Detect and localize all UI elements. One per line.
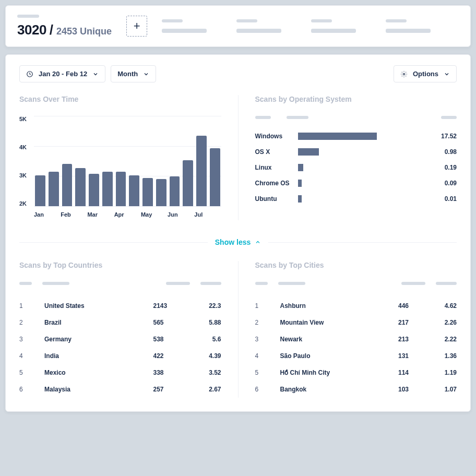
rank: 4: [19, 352, 44, 360]
count: 103: [398, 386, 430, 393]
percent: 2.22: [430, 336, 457, 343]
rank: 6: [19, 386, 44, 393]
toolbar: Jan 20 - Feb 12 Month Options: [19, 65, 457, 82]
table-row: 5Mexico3383.52: [19, 364, 221, 381]
count: 446: [398, 302, 430, 310]
xaxis-tick: May: [141, 211, 168, 218]
total-scans: 3020: [17, 22, 46, 38]
percent: 4.62: [430, 302, 457, 310]
scans-over-time-panel: Scans Over Time 5K4K3K2K JanFebMarAprMay…: [19, 95, 221, 220]
table-row: 3Newark2132.22: [255, 331, 457, 348]
rank: 6: [255, 386, 280, 393]
os-row: Windows17.52: [255, 128, 457, 144]
count: 217: [398, 319, 430, 326]
os-table-header: [255, 116, 457, 119]
chart-bar: [89, 174, 99, 206]
svg-point-1: [403, 73, 405, 75]
divider: [268, 242, 457, 243]
os-name: OS X: [255, 148, 298, 156]
count: 538: [153, 336, 190, 343]
os-row: Linux0.19: [255, 160, 457, 175]
date-range-label: Jan 20 - Feb 12: [39, 70, 87, 78]
scans-by-os-panel: Scans by Operating System Windows17.52OS…: [255, 95, 457, 220]
table-row: 4India4224.39: [19, 348, 221, 364]
percent: 22.3: [190, 302, 221, 310]
chart-bar: [183, 160, 193, 206]
rank: 5: [255, 369, 280, 376]
os-bar-wrap: [298, 148, 430, 156]
rank: 3: [255, 336, 280, 343]
chart-bar: [35, 175, 45, 206]
table-row: 3Germany5385.6: [19, 331, 221, 348]
chevron-up-icon: [255, 239, 261, 245]
chevron-down-icon: [92, 71, 99, 77]
placeholder-pill: [17, 15, 39, 18]
yaxis-tick: 5K: [19, 116, 30, 122]
xaxis-tick: Jan: [34, 211, 61, 218]
os-bar-wrap: [298, 180, 430, 187]
city-name: Bangkok: [280, 386, 399, 393]
percent: 5.6: [190, 336, 221, 343]
show-less-button[interactable]: Show less: [215, 238, 261, 246]
rank: 5: [19, 369, 44, 376]
country-name: United States: [44, 302, 153, 310]
percent: 1.36: [430, 352, 457, 360]
count: 114: [398, 369, 430, 376]
chevron-down-icon: [143, 71, 149, 77]
show-less-label: Show less: [215, 238, 251, 246]
country-name: Mexico: [44, 369, 153, 376]
os-name: Chrome OS: [255, 180, 298, 187]
city-name: São Paulo: [280, 352, 399, 360]
xaxis-tick: Feb: [61, 211, 87, 218]
chart-bar: [210, 148, 220, 206]
options-label: Options: [413, 70, 438, 78]
granularity-picker[interactable]: Month: [111, 65, 156, 82]
os-name: Linux: [255, 164, 298, 171]
os-bar-wrap: [298, 195, 430, 203]
chart-bar: [102, 172, 113, 206]
percent: 2.67: [190, 386, 221, 393]
chevron-down-icon: [444, 71, 450, 77]
percent: 2.26: [430, 319, 457, 326]
add-widget-button[interactable]: +: [126, 16, 147, 37]
table-row: 1Ashburn4464.62: [255, 298, 457, 314]
chart-bar: [75, 168, 86, 206]
yaxis-tick: 2K: [19, 200, 30, 207]
country-name: Malaysia: [44, 386, 153, 393]
os-name: Windows: [255, 133, 298, 140]
rank: 1: [255, 302, 280, 310]
os-value: 0.19: [430, 164, 457, 171]
main-card: Jan 20 - Feb 12 Month Options: [5, 54, 471, 412]
os-bar: [298, 148, 319, 156]
os-bar: [298, 180, 302, 187]
xaxis-tick: Jun: [168, 211, 194, 218]
chart-bar: [142, 178, 153, 206]
plus-icon: +: [134, 19, 140, 33]
table-row: 5Hồ Chí Minh City1141.19: [255, 364, 457, 381]
os-row: OS X0.98: [255, 144, 457, 160]
table-row: 1United States214322.3: [19, 298, 221, 314]
scans-over-time-chart: 5K4K3K2K JanFebMarAprMayJunJul: [19, 116, 221, 220]
panel-title: Scans Over Time: [19, 95, 221, 103]
count: 131: [398, 352, 430, 360]
chart-bar: [62, 164, 73, 206]
unique-scans: 2453 Unique: [56, 26, 112, 37]
divider: [19, 242, 208, 243]
os-bar: [298, 133, 377, 140]
gear-icon: [400, 70, 408, 78]
city-name: Hồ Chí Minh City: [280, 369, 399, 376]
percent: 1.19: [430, 369, 457, 376]
options-button[interactable]: Options: [394, 65, 457, 82]
xaxis-tick: Jul: [194, 211, 221, 218]
rank: 4: [255, 352, 280, 360]
summary-placeholders: [162, 19, 444, 33]
percent: 1.07: [430, 386, 457, 393]
xaxis-tick: Apr: [114, 211, 141, 218]
country-name: Germany: [44, 336, 153, 343]
date-range-picker[interactable]: Jan 20 - Feb 12: [19, 65, 105, 82]
granularity-label: Month: [117, 70, 138, 78]
os-value: 17.52: [430, 133, 457, 140]
os-value: 0.09: [430, 180, 457, 187]
yaxis-tick: 4K: [19, 144, 30, 150]
count: 422: [153, 352, 190, 360]
